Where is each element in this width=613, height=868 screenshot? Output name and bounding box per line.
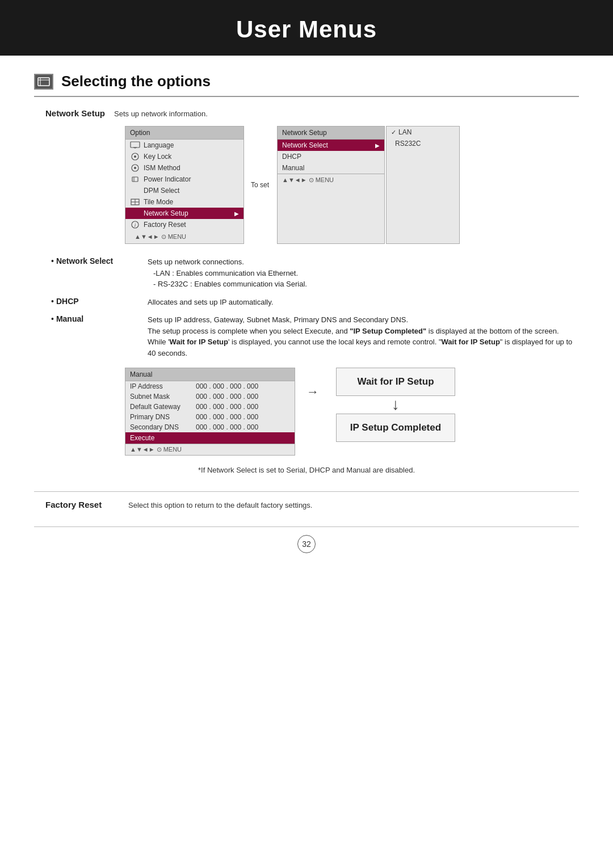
manual-desc-2: The setup process is complete when you s… — [148, 326, 579, 359]
primary-dns-row: Primary DNS 000 . 000 . 000 . 000 — [125, 412, 295, 422]
network-setup-intro: Network Setup Sets up network informatio… — [34, 108, 579, 118]
section-title: Selecting the options — [61, 73, 211, 90]
menu-diagram: Option Language Key Lock I — [125, 126, 579, 244]
menu-item-language: Language — [125, 140, 243, 151]
ip-address-row: IP Address 000 . 000 . 000 . 000 — [125, 381, 295, 391]
manual-desc-1: Sets up IP address, Gateway, Subnet Mask… — [148, 314, 579, 326]
factory-reset-section: Factory Reset Select this option to retu… — [34, 500, 579, 509]
svg-rect-0 — [38, 78, 49, 86]
menu-item-ism: ISM Method — [125, 162, 243, 174]
manual-menu-box: Manual IP Address 000 . 000 . 000 . 000 … — [125, 368, 295, 456]
network-submenu-box: Network Setup Network Select ▶ DHCP Manu… — [277, 126, 385, 244]
page-title: User Menus — [0, 16, 613, 43]
ns-arrow: ▶ — [375, 142, 380, 149]
info-icon: i — [130, 221, 140, 229]
menu-item-network-setup: Network Setup ▶ — [125, 208, 243, 219]
dhcp-row: •DHCP Allocates and sets up IP automatic… — [45, 297, 579, 308]
top-divider — [34, 96, 579, 97]
manual-row: •Manual Sets up IP address, Gateway, Sub… — [45, 314, 579, 359]
content-area: Selecting the options Network Setup Sets… — [0, 56, 613, 582]
menu-item-power: Power Indicator — [125, 174, 243, 185]
page-circle: 32 — [297, 535, 316, 553]
to-set-container: To set — [244, 126, 276, 244]
options-icon — [34, 74, 53, 90]
monitor-icon — [130, 141, 140, 149]
menu-item-tile: Tile Mode — [125, 196, 243, 208]
network-select-content: Sets up network connections. -LAN : Enab… — [148, 256, 579, 290]
svg-point-7 — [134, 155, 136, 158]
dpm-icon — [130, 187, 140, 195]
right-arrow: → — [306, 385, 319, 399]
wait-for-ip-box: Wait for IP Setup — [336, 368, 455, 396]
manual-diagram: Manual IP Address 000 . 000 . 000 . 000 … — [125, 368, 579, 456]
submenu-manual: Manual — [278, 162, 384, 174]
down-arrow: ↓ — [392, 396, 400, 414]
network-icon — [130, 209, 140, 217]
check-icon: ✓ — [391, 129, 396, 136]
dhcp-content: Allocates and sets up IP automatically. — [148, 297, 579, 308]
header-bar: User Menus — [0, 0, 613, 56]
to-set-label: To set — [246, 179, 274, 191]
factory-reset-label: Factory Reset — [45, 500, 119, 509]
note: *If Network Select is set to Serial, DHC… — [34, 466, 579, 474]
submenu-network-select: Network Select ▶ — [278, 140, 384, 151]
network-submenu-header: Network Setup — [278, 127, 384, 140]
status-column: Wait for IP Setup ↓ IP Setup Completed — [336, 368, 455, 442]
secondary-dns-row: Secondary DNS 000 . 000 . 000 . 000 — [125, 422, 295, 432]
lan-box: ✓ LAN RS232C — [386, 126, 460, 244]
factory-reset-row: Factory Reset Select this option to retu… — [45, 500, 579, 509]
option-menu-header: Option — [125, 127, 243, 140]
manual-content: Sets up IP address, Gateway, Subnet Mask… — [148, 314, 579, 359]
svg-point-9 — [134, 167, 136, 169]
bottom-divider-2 — [34, 526, 579, 527]
option-menu-box: Option Language Key Lock I — [125, 126, 244, 244]
network-setup-label: Network Setup — [45, 108, 105, 118]
submenu-dhcp: DHCP — [278, 151, 384, 162]
ism-icon — [130, 164, 140, 172]
manual-label: •Manual — [45, 314, 148, 359]
option-menu-footer: ▲▼◄► ⊙ MENU — [130, 231, 191, 242]
menu-item-keylock: Key Lock — [125, 151, 243, 162]
bottom-divider — [34, 491, 579, 492]
network-select-row: •Network Select Sets up network connecti… — [45, 256, 579, 290]
rs232c-item: RS232C — [387, 138, 459, 149]
manual-menu-header: Manual — [125, 368, 295, 381]
menu-item-dpm: DPM Select — [125, 185, 243, 196]
network-select-label: •Network Select — [45, 256, 148, 290]
factory-reset-desc: Select this option to return to the defa… — [128, 501, 312, 509]
subnet-mask-row: Subnet Mask 000 . 000 . 000 . 000 — [125, 391, 295, 402]
dhcp-label: •DHCP — [45, 297, 148, 308]
network-setup-desc: Sets up network information. — [114, 109, 208, 118]
manual-menu-footer: ▲▼◄► ⊙ MENU — [125, 444, 295, 455]
ip-setup-completed-box: IP Setup Completed — [336, 414, 455, 442]
lock-icon — [130, 153, 140, 161]
network-arrow: ▶ — [234, 210, 239, 217]
network-submenu-footer: ▲▼◄► ⊙ MENU — [278, 174, 384, 186]
section-heading: Selecting the options — [34, 73, 579, 90]
lan-item: ✓ LAN — [387, 127, 459, 138]
execute-row: Execute — [125, 432, 295, 444]
svg-rect-10 — [132, 177, 138, 182]
tile-icon — [130, 198, 140, 206]
menu-item-factory: i Factory Reset — [125, 219, 243, 230]
page-number-area: 32 — [34, 535, 579, 553]
svg-rect-3 — [131, 142, 140, 148]
svg-text:i: i — [135, 222, 136, 228]
power-icon — [130, 175, 140, 183]
default-gateway-row: Default Gateway 000 . 000 . 000 . 000 — [125, 402, 295, 412]
descriptions: •Network Select Sets up network connecti… — [34, 256, 579, 359]
